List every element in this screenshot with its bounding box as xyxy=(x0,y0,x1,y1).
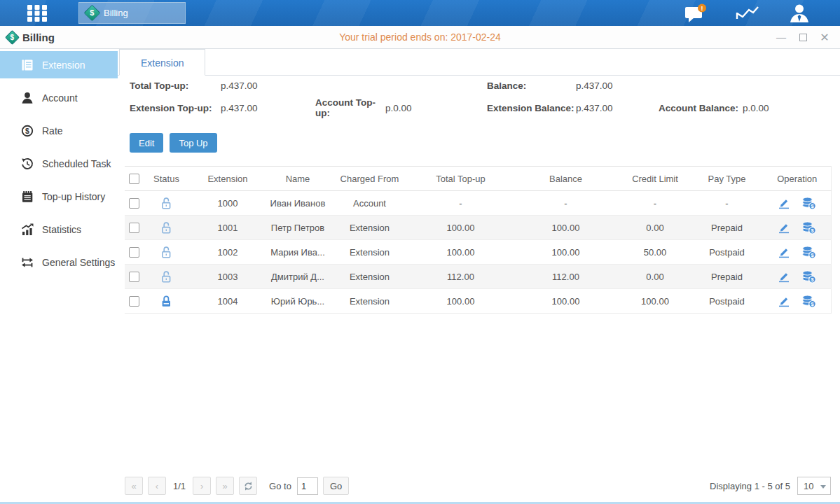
goto-label: Go to xyxy=(269,481,291,491)
tab-extension[interactable]: Extension xyxy=(119,49,205,76)
unlock-icon xyxy=(160,197,173,210)
account-topup-label: Account Top-up: xyxy=(315,97,385,118)
edit-pencil-icon[interactable] xyxy=(778,246,790,258)
col-extension: Extension xyxy=(189,167,266,191)
topup-coins-icon[interactable]: $ xyxy=(801,221,816,234)
pagination-bar: « ‹ 1/1 › » Go to Go Displaying 1 - 5 of… xyxy=(125,477,831,495)
refresh-icon[interactable] xyxy=(239,477,257,495)
page-size-select[interactable]: 10 xyxy=(797,477,831,495)
total-topup-value: p.437.00 xyxy=(221,80,315,91)
col-credit-limit: Credit Limit xyxy=(620,167,690,191)
sidebar-item-topup-history[interactable]: Top-up History xyxy=(0,183,118,210)
edit-button[interactable]: Edit xyxy=(130,133,163,153)
col-status: Status xyxy=(144,167,189,191)
next-page-button[interactable]: › xyxy=(193,477,211,495)
select-all-checkbox[interactable] xyxy=(129,174,139,184)
row-checkbox[interactable] xyxy=(129,223,139,233)
table-row: 1003 Дмитрий Д... Extension 112.00 112.0… xyxy=(125,265,831,289)
sidebar-item-rate[interactable]: $ Rate xyxy=(0,117,118,144)
row-checkbox[interactable] xyxy=(129,296,139,307)
taskbar-tab-billing[interactable]: $ Billing xyxy=(78,2,186,24)
sidebar-item-label: Top-up History xyxy=(42,191,105,202)
page-indicator: 1/1 xyxy=(171,481,193,491)
sidebar-item-label: General Settings xyxy=(42,257,115,268)
top-up-button[interactable]: Top Up xyxy=(170,133,216,153)
extension-balance-label: Extension Balance: xyxy=(487,103,576,113)
table-row: 1000 Иван Иванов Account - - - - xyxy=(125,191,831,216)
topup-coins-icon[interactable]: $ xyxy=(801,270,816,284)
col-name: Name xyxy=(266,167,329,191)
svg-text:!: ! xyxy=(701,4,703,11)
ledger-icon xyxy=(21,59,34,71)
chevron-down-icon xyxy=(820,485,826,489)
table-header-row: Status Extension Name Charged From Total… xyxy=(125,167,831,191)
extension-topup-label: Extension Top-up: xyxy=(130,103,221,113)
goto-page-input[interactable] xyxy=(297,477,318,495)
row-checkbox[interactable] xyxy=(129,198,139,209)
unlock-icon xyxy=(160,246,173,259)
table-row: 1004 Юрий Юрь... Extension 100.00 100.00… xyxy=(125,289,831,314)
billing-app-icon: $ xyxy=(83,4,100,21)
lock-icon xyxy=(160,295,173,308)
sidebar-item-label: Statistics xyxy=(42,224,81,235)
last-page-button[interactable]: » xyxy=(216,477,234,495)
col-total-topup: Total Top-up xyxy=(410,167,511,191)
taskbar-tab-label: Billing xyxy=(104,8,128,18)
taskbar: $ Billing ! xyxy=(0,0,840,26)
topup-coins-icon[interactable]: $ xyxy=(801,295,816,308)
unlock-icon xyxy=(160,270,173,284)
messages-icon[interactable]: ! xyxy=(683,4,708,23)
prev-page-button[interactable]: ‹ xyxy=(148,477,166,495)
extensions-table: Status Extension Name Charged From Total… xyxy=(125,166,832,314)
trial-notice: Your trial period ends on: 2017-02-24 xyxy=(0,31,840,43)
maximize-icon[interactable] xyxy=(797,31,808,43)
dollar-circle-icon: $ xyxy=(21,125,34,137)
apps-grid-icon[interactable] xyxy=(23,4,51,22)
sidebar-item-label: Extension xyxy=(42,59,85,71)
edit-pencil-icon[interactable] xyxy=(778,270,790,283)
go-button[interactable]: Go xyxy=(323,477,349,495)
total-topup-label: Total Top-up: xyxy=(130,80,221,91)
sidebar-item-account[interactable]: Account xyxy=(0,84,118,111)
user-icon[interactable] xyxy=(787,4,812,23)
row-checkbox[interactable] xyxy=(129,247,139,258)
window-titlebar: $ Billing Your trial period ends on: 201… xyxy=(0,26,840,49)
statistics-icon[interactable] xyxy=(735,4,760,23)
minimize-icon[interactable]: — xyxy=(776,31,787,43)
transfer-arrows-icon xyxy=(21,256,34,269)
sidebar-item-scheduled-task[interactable]: Scheduled Task xyxy=(0,150,118,177)
edit-pencil-icon[interactable] xyxy=(778,197,790,209)
col-charged-from: Charged From xyxy=(329,167,410,191)
close-icon[interactable]: ✕ xyxy=(819,31,830,43)
row-checkbox[interactable] xyxy=(129,272,139,282)
table-row: 1002 Мария Ива... Extension 100.00 100.0… xyxy=(125,240,831,265)
billing-window-icon: $ xyxy=(5,29,20,44)
notepad-icon xyxy=(21,190,34,203)
first-page-button[interactable]: « xyxy=(125,477,143,495)
topup-coins-icon[interactable]: $ xyxy=(801,246,816,259)
topup-coins-icon[interactable]: $ xyxy=(801,197,816,210)
account-balance-value: p.0.00 xyxy=(743,103,840,113)
col-operation: Operation xyxy=(764,167,831,191)
balance-label: Balance: xyxy=(487,80,576,91)
account-balance-label: Account Balance: xyxy=(659,103,743,113)
page-size-value: 10 xyxy=(804,481,813,491)
svg-text:$: $ xyxy=(25,127,29,135)
clock-history-icon xyxy=(21,158,34,170)
extension-topup-value: p.437.00 xyxy=(221,103,315,113)
tab-bar: Extension xyxy=(118,49,840,76)
sidebar-item-label: Scheduled Task xyxy=(42,158,111,169)
unlock-icon xyxy=(160,221,173,234)
sidebar-item-general-settings[interactable]: General Settings xyxy=(0,248,118,276)
sidebar-item-extension[interactable]: Extension xyxy=(0,51,118,78)
col-balance: Balance xyxy=(511,167,620,191)
chart-bars-icon xyxy=(21,223,34,236)
edit-pencil-icon[interactable] xyxy=(778,221,790,234)
extension-balance-value: p.437.00 xyxy=(576,103,659,113)
edit-pencil-icon[interactable] xyxy=(778,295,790,307)
table-row: 1001 Петр Петров Extension 100.00 100.00… xyxy=(125,216,831,240)
displaying-text: Displaying 1 - 5 of 5 xyxy=(710,481,790,491)
account-topup-value: p.0.00 xyxy=(385,103,487,113)
sidebar-item-statistics[interactable]: Statistics xyxy=(0,216,118,243)
balance-value: p.437.00 xyxy=(576,80,659,91)
